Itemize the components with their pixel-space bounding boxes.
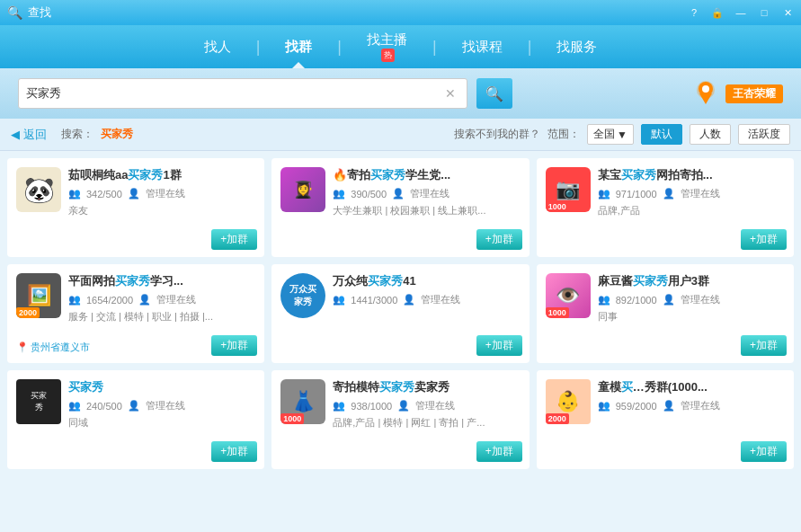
nav-find-course[interactable]: 找课程	[437, 25, 528, 68]
add-group-btn-9[interactable]: +加群	[741, 441, 787, 462]
admin-status-7: 管理在线	[146, 399, 185, 412]
group-tags-7: 同域	[68, 416, 255, 430]
search-clear-button[interactable]: ✕	[445, 86, 456, 101]
group-tags-4: 服务 | 交流 | 模特 | 职业 | 拍摄 |...	[68, 310, 255, 324]
search-box: ✕	[18, 78, 467, 109]
svg-marker-3	[699, 93, 712, 104]
group-info-5: 万众纯买家秀41 👥 1441/3000 👤 管理在线	[333, 273, 520, 318]
group-avatar-6: 👁️ 1000	[546, 273, 591, 318]
filter-controls: 搜索不到我的群？ 范围： 全国 ▼ 默认 人数 活跃度	[454, 124, 790, 145]
sort-default[interactable]: 默认	[641, 124, 682, 145]
group-stats-3: 👥 971/1000 👤 管理在线	[598, 187, 785, 200]
group-avatar-8: 👗 1000	[280, 379, 325, 424]
person-icon-8: 👥	[333, 400, 345, 412]
search-button[interactable]: 🔍	[476, 78, 512, 109]
group-stats-1: 👥 342/500 👤 管理在线	[68, 187, 255, 200]
group-info-2: 🔥寄拍买家秀学生党... 👥 390/500 👤 管理在线 大学生兼职 | 校园…	[333, 167, 520, 217]
admin-icon-3: 👤	[663, 188, 675, 200]
person-icon-2: 👥	[333, 188, 345, 200]
user-badge[interactable]: 王杏荣耀	[725, 84, 783, 103]
dropdown-icon: ▼	[617, 129, 627, 141]
group-badge-9: 2000	[546, 413, 569, 424]
nav-bar: 找人 | 找群 | 找主播 热 | 找课程 | 找服务	[0, 25, 801, 68]
admin-status-3: 管理在线	[681, 187, 720, 200]
admin-icon-9: 👤	[663, 400, 675, 412]
sort-activity[interactable]: 活跃度	[738, 124, 790, 145]
add-group-btn-1[interactable]: +加群	[211, 229, 257, 250]
group-card-5: 万众买家秀 万众纯买家秀41 👥 1441/3000 👤 管理在线 +加群	[271, 264, 529, 363]
person-icon-7: 👥	[68, 400, 81, 412]
group-name-7: 买家秀	[68, 379, 255, 395]
member-count-2: 390/500	[351, 189, 387, 200]
nav-find-service[interactable]: 找服务	[531, 25, 622, 68]
back-button[interactable]: ◀ 返回	[11, 127, 47, 143]
group-card-3: 📷 1000 某宝买家秀网拍寄拍... 👥 971/1000 👤 管理在线 品牌…	[537, 158, 794, 257]
group-info-1: 茹呗桐纯aa买家秀1群 👥 342/500 👤 管理在线 亲友	[68, 167, 255, 217]
content-area: 🐼 茹呗桐纯aa买家秀1群 👥 342/500 👤 管理在线 亲友 +加群	[0, 151, 801, 532]
group-avatar-3: 📷 1000	[546, 167, 591, 212]
admin-icon-6: 👤	[663, 294, 675, 306]
user-area: 王杏荣耀	[691, 79, 783, 108]
member-count-9: 959/2000	[616, 401, 657, 412]
admin-status-8: 管理在线	[415, 399, 455, 412]
group-name-2: 🔥寄拍买家秀学生党...	[333, 167, 520, 183]
add-group-btn-3[interactable]: +加群	[741, 229, 787, 250]
add-group-btn-5[interactable]: +加群	[476, 335, 522, 356]
range-label: 范围：	[547, 127, 580, 142]
member-count-1: 342/500	[86, 189, 122, 200]
group-avatar-1: 🐼	[16, 167, 61, 212]
add-group-btn-8[interactable]: +加群	[476, 441, 522, 462]
group-info-9: 童模买…秀群(1000... 👥 959/2000 👤 管理在线	[598, 379, 785, 424]
person-icon-3: 👥	[598, 188, 610, 200]
member-count-6: 892/1000	[616, 295, 657, 306]
groups-grid: 🐼 茹呗桐纯aa买家秀1群 👥 342/500 👤 管理在线 亲友 +加群	[7, 158, 794, 469]
cant-find-text: 搜索不到我的群？	[454, 127, 540, 142]
admin-icon-5: 👤	[403, 294, 415, 306]
search-area: ✕ 🔍 王杏荣耀	[0, 68, 801, 119]
group-name-8: 寄拍模特买家秀卖家秀	[333, 379, 520, 395]
group-stats-6: 👥 892/1000 👤 管理在线	[598, 293, 785, 306]
nav-find-host[interactable]: 找主播 热	[342, 25, 432, 68]
group-tags-3: 品牌,产品	[598, 204, 785, 217]
nav-find-person[interactable]: 找人	[179, 25, 256, 68]
help-button[interactable]: ?	[684, 3, 704, 22]
group-avatar-2: 👩‍🎓	[280, 167, 325, 212]
search-input[interactable]	[26, 87, 445, 101]
group-stats-5: 👥 1441/3000 👤 管理在线	[333, 293, 520, 306]
filter-bar: ◀ 返回 搜索： 买家秀 搜索不到我的群？ 范围： 全国 ▼ 默认 人数 活跃度	[0, 119, 801, 151]
add-group-btn-2[interactable]: +加群	[476, 229, 522, 250]
range-select[interactable]: 全国 ▼	[587, 124, 634, 145]
group-stats-9: 👥 959/2000 👤 管理在线	[598, 399, 785, 412]
group-info-7: 买家秀 👥 240/500 👤 管理在线 同域	[68, 379, 255, 430]
group-card-1: 🐼 茹呗桐纯aa买家秀1群 👥 342/500 👤 管理在线 亲友 +加群	[7, 158, 264, 257]
add-group-btn-6[interactable]: +加群	[741, 335, 787, 356]
admin-icon-7: 👤	[128, 400, 140, 412]
nav-find-group[interactable]: 找群	[260, 25, 337, 68]
member-count-7: 240/500	[86, 401, 122, 412]
group-card-9: 👶 2000 童模买…秀群(1000... 👥 959/2000 👤 管理在线 …	[537, 370, 794, 469]
minimize-button[interactable]: —	[731, 3, 751, 22]
add-group-btn-7[interactable]: +加群	[211, 441, 257, 462]
group-name-1: 茹呗桐纯aa买家秀1群	[68, 167, 255, 183]
group-avatar-9: 👶 2000	[546, 379, 591, 424]
group-name-9: 童模买…秀群(1000...	[598, 379, 785, 395]
svg-point-2	[702, 85, 709, 93]
title-bar: 🔍 查找 ? 🔒 — □ ✕	[0, 0, 801, 25]
sort-members[interactable]: 人数	[690, 124, 731, 145]
group-badge-3: 1000	[546, 201, 569, 212]
group-tags-2: 大学生兼职 | 校园兼职 | 线上兼职...	[333, 204, 520, 217]
group-stats-8: 👥 938/1000 👤 管理在线	[333, 399, 520, 412]
person-icon-6: 👥	[598, 294, 610, 306]
maximize-button[interactable]: □	[754, 3, 774, 22]
member-count-5: 1441/3000	[351, 295, 397, 306]
add-group-btn-4[interactable]: +加群	[211, 335, 257, 356]
group-badge-6: 1000	[546, 307, 569, 318]
group-name-5: 万众纯买家秀41	[333, 273, 520, 289]
admin-icon-8: 👤	[397, 400, 410, 412]
admin-status-2: 管理在线	[410, 187, 449, 200]
lock-button[interactable]: 🔒	[708, 3, 727, 22]
admin-icon-2: 👤	[392, 188, 405, 200]
location-tag-4: 📍 贵州省遵义市	[16, 341, 90, 354]
close-button[interactable]: ✕	[778, 3, 797, 22]
search-keyword: 买家秀	[101, 127, 133, 142]
